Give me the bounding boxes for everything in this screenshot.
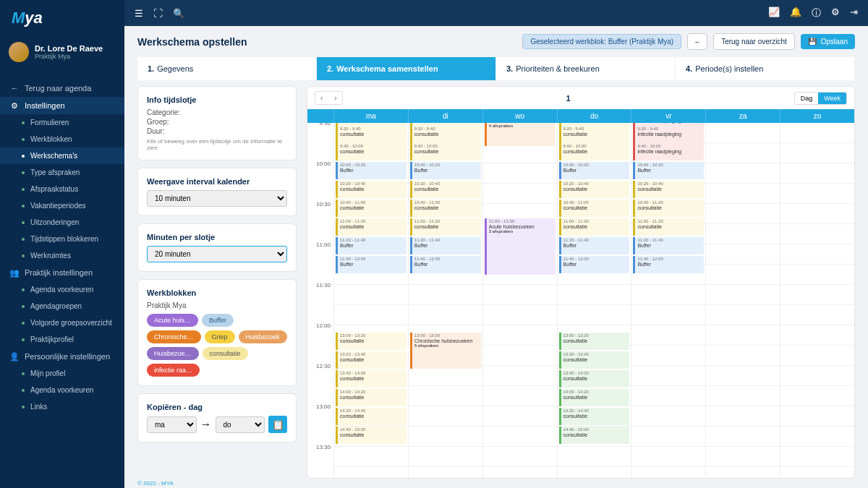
cal-event[interactable]: 10:20 - 10:40consultatie — [410, 181, 481, 198]
cal-event[interactable]: 10:40 - 11:00consultatie — [336, 200, 407, 217]
cal-event[interactable]: 11:40 - 12:00Buffer — [559, 256, 630, 273]
nav-sub-item[interactable]: Werkschema's — [0, 147, 124, 164]
cal-event[interactable]: 10:00 - 10:20Buffer — [410, 162, 481, 179]
cal-event[interactable]: Chronische huisbezoeken4 afspraken — [485, 123, 556, 146]
cal-event[interactable]: 10:20 - 10:40consultatie — [336, 181, 407, 198]
cal-event[interactable]: 11:00 - 11:20consultatie — [633, 218, 704, 236]
cal-event[interactable]: 9:20 - 9:40consultatie — [410, 126, 481, 143]
back-button[interactable]: ← — [687, 33, 707, 50]
cal-event[interactable]: 9:40 - 10:00consultatie — [410, 143, 481, 160]
cal-event[interactable]: 10:40 - 11:00consultatie — [633, 200, 704, 217]
search-icon[interactable]: 🔍 — [173, 8, 184, 19]
cal-day-column[interactable]: consultatie9:20 - 9:40consultatie9:40 - … — [333, 123, 408, 478]
toggle-day[interactable]: Dag — [795, 93, 819, 104]
cal-event[interactable]: 11:40 - 12:00Buffer — [633, 256, 704, 273]
cal-event[interactable]: 13:40 - 14:00consultatie — [336, 370, 407, 388]
cal-event[interactable]: 13:40 - 14:00consultatie — [559, 370, 630, 388]
nav-sub-item[interactable]: Agenda voorkeuren — [0, 281, 124, 298]
cal-next[interactable]: › — [329, 92, 341, 104]
nav-sub-item[interactable]: Type afspraken — [0, 164, 124, 181]
cal-event[interactable]: 11:20 - 11:40Buffer — [559, 237, 630, 254]
nav-sub-item[interactable]: Volgorde groepsoverzicht — [0, 314, 124, 331]
cal-event[interactable]: 9:20 - 9:40infectie raadpleging — [633, 126, 704, 143]
nav-sub-item[interactable]: Mijn profiel — [0, 365, 124, 382]
cal-event[interactable]: 9:20 - 9:40consultatie — [559, 126, 630, 143]
cal-event[interactable]: 11:20 - 11:40Buffer — [410, 237, 481, 254]
workblock-tag[interactable]: Buffer — [202, 314, 234, 327]
workblock-tag[interactable]: Griep — [205, 330, 235, 343]
cal-event[interactable]: 14:40 - 15:00consultatie — [559, 427, 630, 444]
cal-event[interactable]: 11:00 - 11:20consultatie — [410, 218, 481, 236]
cal-day-column[interactable]: consultatie9:20 - 9:40consultatie9:40 - … — [557, 123, 631, 478]
interval-select[interactable]: 10 minuten — [147, 190, 287, 207]
cal-event[interactable]: 11:00 - 12:30Acute huisbezoeken3 afsprak… — [485, 218, 556, 275]
cal-event[interactable]: 10:20 - 10:40consultatie — [633, 181, 704, 198]
cal-event[interactable]: 9:40 - 10:00infectie raadpleging — [633, 143, 704, 160]
cal-prev[interactable]: ‹ — [315, 92, 328, 104]
nav-sub-item[interactable]: Agendagroepen — [0, 298, 124, 314]
cal-event[interactable]: 10:40 - 11:00consultatie — [559, 200, 630, 217]
workblock-tag[interactable]: Chronische… — [147, 330, 201, 343]
nav-practice-settings[interactable]: 👥Praktijk instellingen — [0, 264, 124, 281]
step-1[interactable]: 1. Gegevens — [137, 57, 317, 80]
cal-event[interactable]: 10:40 - 11:00consultatie — [410, 200, 481, 217]
cal-event[interactable]: 13:20 - 13:40consultatie — [559, 351, 630, 369]
cal-day-column[interactable] — [705, 123, 780, 478]
bell-icon[interactable]: 🔔 — [790, 7, 801, 20]
workblock-tag[interactable]: consultatie — [203, 347, 248, 360]
cal-day-column[interactable]: Chronische huisbezoeken4 afspraken11:00 … — [482, 123, 557, 478]
cal-event[interactable]: 9:40 - 10:00consultatie — [336, 143, 407, 160]
chart-icon[interactable]: 📈 — [768, 7, 780, 20]
nav-sub-item[interactable]: Links — [0, 398, 124, 415]
cal-event[interactable]: 11:40 - 12:00Buffer — [410, 256, 481, 273]
nav-sub-item[interactable]: Afspraakstatus — [0, 181, 124, 197]
step-4[interactable]: 4. Periode(s) instellen — [676, 57, 855, 80]
nav-settings[interactable]: ⚙Instellingen — [0, 97, 124, 114]
copy-from-select[interactable]: ma — [147, 416, 197, 433]
nav-sub-item[interactable]: Formulieren — [0, 114, 124, 131]
cal-event[interactable]: 10:20 - 10:40consultatie — [559, 181, 630, 198]
expand-icon[interactable]: ⛶ — [153, 8, 163, 19]
minutes-select[interactable]: 20 minuten — [147, 246, 287, 262]
cal-event[interactable]: 10:00 - 10:20Buffer — [633, 162, 704, 179]
cal-event[interactable]: 14:20 - 14:40consultatie — [559, 408, 630, 425]
cal-event[interactable]: 14:00 - 14:20consultatie — [336, 389, 407, 406]
cal-event[interactable]: 10:00 - 10:20Buffer — [559, 162, 630, 179]
nav-sub-item[interactable]: Tijdstippen blokkeren — [0, 231, 124, 247]
cal-event[interactable]: 10:00 - 10:20Buffer — [336, 162, 407, 179]
cal-event[interactable]: 14:20 - 14:40consultatie — [336, 408, 407, 425]
nav-sub-item[interactable]: Agenda voorkeuren — [0, 382, 124, 398]
cal-event[interactable]: 11:40 - 12:00Buffer — [336, 256, 407, 273]
cal-event[interactable]: 9:20 - 9:40consultatie — [336, 126, 407, 143]
logout-icon[interactable]: ⇥ — [850, 7, 858, 20]
save-button[interactable]: 💾Opslaan — [801, 34, 855, 49]
workblock-tag[interactable]: Huisbezoe… — [147, 347, 199, 360]
nav-sub-item[interactable]: Uitzonderingen — [0, 214, 124, 231]
workblock-tag[interactable]: Acute huis… — [147, 314, 198, 327]
nav-sub-item[interactable]: Werkruimtes — [0, 247, 124, 264]
cal-event[interactable]: 13:20 - 13:40consultatie — [336, 351, 407, 369]
cal-event[interactable]: 14:40 - 15:00consultatie — [336, 427, 407, 444]
copy-to-select[interactable]: do — [216, 416, 265, 433]
back-overview-button[interactable]: Terug naar overzicht — [713, 33, 795, 50]
cal-event[interactable]: 11:00 - 11:20consultatie — [559, 218, 630, 236]
step-3[interactable]: 3. Prioriteiten & breekuren — [496, 57, 676, 80]
cal-day-column[interactable]: consultatie9:20 - 9:40consultatie9:40 - … — [408, 123, 482, 478]
user-profile[interactable]: Dr. Lore De Raeve Praktijk Mya — [0, 36, 124, 68]
nav-sub-item[interactable]: Werkblokken — [0, 131, 124, 147]
cal-day-column[interactable]: infectie raadpleging9:20 - 9:40infectie … — [631, 123, 705, 478]
menu-icon[interactable]: ☰ — [135, 8, 143, 19]
workblock-tag[interactable]: Huisbezoek — [239, 330, 287, 343]
cal-day-column[interactable] — [780, 123, 854, 478]
cal-event[interactable]: 11:00 - 11:20consultatie — [336, 218, 407, 236]
cal-event[interactable]: 13:00 - 13:20consultatie — [336, 333, 407, 350]
cal-event[interactable]: 11:20 - 11:40Buffer — [336, 237, 407, 254]
nav-personal-settings[interactable]: 👤Persoonlijke instellingen — [0, 348, 124, 365]
cal-event[interactable]: 13:00 - 13:20consultatie — [559, 333, 630, 350]
settings-icon[interactable]: ⚙ — [831, 7, 840, 20]
info-icon[interactable]: ⓘ — [812, 7, 821, 20]
toggle-week[interactable]: Week — [818, 93, 846, 104]
nav-back-agenda[interactable]: ←Terug naar agenda — [0, 80, 124, 97]
cal-event[interactable]: 9:40 - 10:00consultatie — [559, 143, 630, 160]
nav-sub-item[interactable]: Praktijkprofiel — [0, 331, 124, 348]
